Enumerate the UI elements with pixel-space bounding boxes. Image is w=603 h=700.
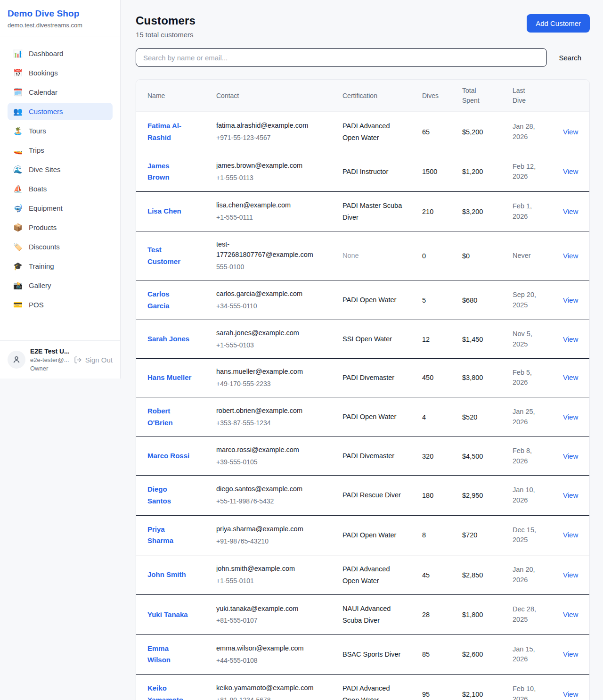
column-header-actions	[552, 80, 590, 112]
sidebar-item-dive-sites[interactable]: 🌊 Dive Sites	[8, 161, 113, 178]
customer-phone: +81-555-0107	[216, 616, 324, 626]
sidebar-item-discounts[interactable]: 🏷️ Discounts	[8, 238, 113, 255]
customer-email: fatima.alrashid@example.com	[216, 121, 324, 131]
customer-name-link[interactable]: Priya Sharma	[147, 524, 192, 547]
add-customer-button[interactable]: Add Customer	[527, 14, 590, 33]
customer-name-link[interactable]: Marco Rossi	[147, 450, 189, 462]
view-customer-link[interactable]: View	[563, 296, 578, 304]
customer-email: priya.sharma@example.com	[216, 524, 324, 535]
customer-certification: PADI Advanced Open Water	[342, 122, 390, 141]
view-customer-link[interactable]: View	[563, 452, 578, 460]
customer-name-link[interactable]: John Smith	[147, 569, 186, 581]
customer-last-dive: Feb 12, 2026	[513, 162, 541, 182]
sidebar-item-tours[interactable]: 🏝️ Tours	[8, 122, 113, 140]
view-customer-link[interactable]: View	[563, 690, 578, 698]
table-row: John Smith john.smith@example.com +1-555…	[136, 555, 590, 595]
table-row: Sarah Jones sarah.jones@example.com +1-5…	[136, 320, 590, 359]
sidebar-user-footer: E2E Test U... e2e-tester@... Owner Sign …	[0, 340, 120, 379]
sign-out-button[interactable]: Sign Out	[74, 356, 113, 364]
customer-name-link[interactable]: Carlos Garcia	[147, 288, 192, 312]
brand-block: Demo Dive Shop demo.test.divestreams.com	[0, 0, 120, 36]
customer-last-dive: Dec 15, 2025	[513, 525, 541, 546]
sidebar-nav: 📊 Dashboard 📅 Bookings 🗓️ Calendar 👥 Cus…	[0, 36, 120, 340]
sidebar-item-label: Calendar	[29, 88, 57, 96]
customer-email: robert.obrien@example.com	[216, 406, 324, 416]
sidebar-item-trips[interactable]: 🚤 Trips	[8, 141, 113, 159]
customer-phone: +39-555-0105	[216, 457, 324, 467]
view-customer-link[interactable]: View	[563, 413, 578, 421]
sidebar-item-pos[interactable]: 💳 POS	[8, 296, 113, 313]
sidebar-item-dashboard[interactable]: 📊 Dashboard	[8, 45, 113, 62]
view-customer-link[interactable]: View	[563, 610, 578, 618]
customer-last-dive: Sep 20, 2025	[513, 290, 541, 311]
sidebar-item-bookings[interactable]: 📅 Bookings	[8, 64, 113, 82]
sidebar-item-calendar[interactable]: 🗓️ Calendar	[8, 83, 113, 101]
customer-phone: +1-555-0103	[216, 340, 324, 350]
page-title: Customers	[136, 14, 196, 27]
search-input[interactable]	[136, 48, 547, 67]
sidebar-item-equipment[interactable]: 🤿 Equipment	[8, 199, 113, 217]
customer-total-spent: $2,850	[462, 571, 483, 579]
customer-certification: PADI Instructor	[342, 168, 388, 175]
view-customer-link[interactable]: View	[563, 335, 578, 343]
view-customer-link[interactable]: View	[563, 207, 578, 215]
view-customer-link[interactable]: View	[563, 571, 578, 579]
customer-certification: BSAC Sports Diver	[342, 651, 400, 658]
sidebar-item-label: Dashboard	[29, 49, 63, 58]
customer-name-link[interactable]: Yuki Tanaka	[147, 609, 188, 621]
sidebar-item-label: Trips	[29, 146, 44, 154]
view-customer-link[interactable]: View	[563, 491, 578, 499]
customers-table: Name Contact Certification Dives Total S…	[136, 80, 590, 700]
customer-name-link[interactable]: Keiko Yamamoto	[147, 683, 192, 700]
customer-total-spent: $2,100	[462, 691, 483, 698]
view-customer-link[interactable]: View	[563, 128, 578, 136]
customer-certification: PADI Divemaster	[342, 452, 394, 460]
table-row: Hans Mueller hans.mueller@example.com +4…	[136, 359, 590, 397]
customer-dives: 12	[422, 336, 430, 343]
user-icon	[12, 355, 21, 364]
customer-phone: +1-555-0111	[216, 213, 324, 222]
view-customer-link[interactable]: View	[563, 531, 578, 539]
pos-icon: 💳	[13, 301, 23, 309]
customer-name-link[interactable]: Emma Wilson	[147, 643, 192, 667]
customer-last-dive: Dec 28, 2025	[513, 604, 541, 625]
shop-name[interactable]: Demo Dive Shop	[8, 8, 113, 19]
table-row: Yuki Tanaka yuki.tanaka@example.com +81-…	[136, 595, 590, 634]
bookings-icon: 📅	[13, 69, 23, 77]
table-row: James Brown james.brown@example.com +1-5…	[136, 152, 590, 192]
customer-name-link[interactable]: Hans Mueller	[147, 372, 191, 384]
customer-certification: None	[342, 252, 359, 259]
customer-name-link[interactable]: Sarah Jones	[147, 333, 189, 345]
sidebar-item-gallery[interactable]: 📸 Gallery	[8, 277, 113, 294]
customer-last-dive: Never	[513, 251, 531, 261]
sidebar-item-label: POS	[29, 301, 44, 309]
customer-last-dive: Feb 5, 2026	[513, 368, 541, 388]
table-row: Robert O'Brien robert.obrien@example.com…	[136, 397, 590, 437]
sidebar-item-training[interactable]: 🎓 Training	[8, 257, 113, 275]
search-button[interactable]: Search	[547, 54, 590, 62]
customer-total-spent: $0	[462, 252, 470, 260]
view-customer-link[interactable]: View	[563, 252, 578, 260]
customer-email: john.smith@example.com	[216, 564, 324, 574]
customer-name-link[interactable]: Test Customer	[147, 244, 192, 268]
customer-dives: 0	[422, 252, 426, 260]
customer-name-link[interactable]: Robert O'Brien	[147, 405, 192, 429]
page-header: Customers 15 total customers Add Custome…	[136, 14, 590, 39]
equipment-icon: 🤿	[13, 205, 23, 212]
view-customer-link[interactable]: View	[563, 167, 578, 175]
sidebar-item-customers[interactable]: 👥 Customers	[8, 103, 113, 120]
training-icon: 🎓	[13, 263, 23, 270]
sidebar-item-boats[interactable]: ⛵ Boats	[8, 180, 113, 198]
customer-name-link[interactable]: Fatima Al-Rashid	[147, 120, 192, 144]
gallery-icon: 📸	[13, 282, 23, 289]
customer-name-link[interactable]: James Brown	[147, 160, 192, 184]
customer-name-link[interactable]: Diego Santos	[147, 484, 192, 507]
customer-email: yuki.tanaka@example.com	[216, 604, 324, 614]
customer-name-link[interactable]: Lisa Chen	[147, 206, 181, 217]
view-customer-link[interactable]: View	[563, 650, 578, 658]
customer-dives: 5	[422, 296, 426, 304]
view-customer-link[interactable]: View	[563, 373, 578, 381]
customer-total-spent: $2,600	[462, 651, 483, 658]
user-meta: E2E Test U... e2e-tester@... Owner	[30, 347, 69, 372]
sidebar-item-products[interactable]: 📦 Products	[8, 219, 113, 236]
